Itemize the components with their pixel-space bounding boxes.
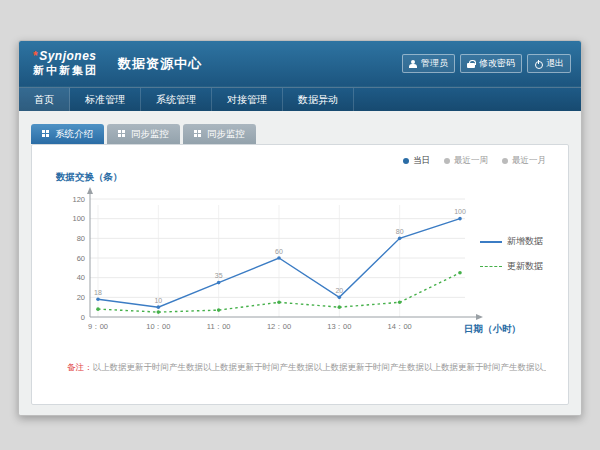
tab-label-system-intro: 系统介绍 [55,128,93,141]
tab-system-intro[interactable]: 系统介绍 [31,124,104,144]
x-axis-title: 日期（小时） [464,323,521,336]
y-tick-label: 20 [77,293,85,302]
data-point-updated-data [277,300,281,304]
y-tick-label: 120 [72,195,85,204]
page-title: 数据资源中心 [118,55,202,73]
legend-label-new-data: 新增数据 [507,235,543,248]
content-area: 系统介绍同步监控同步监控 当日最近一周最近一月 数据交换（条） 02040608… [19,111,581,416]
data-point-label: 35 [215,272,223,279]
grid-icon [42,130,50,138]
legend-line-updated-data [480,266,502,267]
filter-label-today: 当日 [413,155,430,167]
lock-icon [467,60,475,68]
change-password-button[interactable]: 修改密码 [460,54,522,73]
filter-label-last-month: 最近一月 [512,155,546,167]
data-point-new-data [217,281,221,285]
data-point-updated-data [217,308,221,312]
data-point-label: 100 [454,208,466,215]
data-point-updated-data [157,310,161,314]
data-point-label: 60 [275,248,283,255]
data-point-new-data [277,256,281,260]
nav-item-standard-management[interactable]: 标准管理 [70,88,141,111]
filter-last-month[interactable]: 最近一月 [502,155,546,167]
x-tick-label: 10：00 [146,322,170,331]
legend-updated-data[interactable]: 更新数据 [480,260,556,273]
user-icon [409,60,417,68]
y-tick-label: 100 [72,214,85,223]
filter-dot-last-month [502,158,508,164]
x-tick-label: 12：00 [267,322,291,331]
grid-icon [118,130,126,138]
tab-bar: 系统介绍同步监控同步监控 [31,124,256,144]
data-point-new-data [398,237,402,241]
footnote-label: 备注： [67,362,93,372]
y-tick-label: 0 [81,313,85,322]
data-point-updated-data [398,300,402,304]
data-point-new-data [458,217,462,221]
logo-text: Synjones [33,50,98,64]
footnote-text: 以上数据更新于时间产生数据以上数据更新于时间产生数据以上数据更新于时间产生数据以… [93,362,547,372]
x-tick-label: 11：00 [207,322,231,331]
filter-today[interactable]: 当日 [403,155,430,167]
header-user-area: 管理员修改密码退出 [402,41,571,86]
data-point-label: 20 [335,287,343,294]
tab-label-sync-monitor-2: 同步监控 [207,128,245,141]
logout-button-label: 退出 [546,57,564,70]
x-tick-label: 14：00 [388,322,412,331]
y-tick-label: 40 [77,273,85,282]
y-tick-label: 80 [77,234,85,243]
legend-new-data[interactable]: 新增数据 [480,235,556,248]
x-axis-arrow-icon [476,314,483,320]
filter-last-week[interactable]: 最近一周 [444,155,488,167]
filter-dot-today [403,158,409,164]
admin-button[interactable]: 管理员 [402,54,455,73]
logout-button[interactable]: 退出 [527,54,571,73]
data-point-label: 80 [396,228,404,235]
data-point-updated-data [338,305,342,309]
app-header: Synjones 新中新集团 数据资源中心 管理员修改密码退出 [19,41,581,87]
legend-label-updated-data: 更新数据 [507,260,543,273]
content-card: 当日最近一周最近一月 数据交换（条） 0204060801001209：0010… [31,144,569,405]
y-tick-label: 60 [77,254,85,263]
admin-button-label: 管理员 [421,57,448,70]
nav-item-data-change[interactable]: 数据异动 [283,88,354,111]
x-tick-label: 13：00 [327,322,351,331]
legend-line-new-data [480,241,502,243]
x-tick-label: 9：00 [88,322,108,331]
nav-item-integration-management[interactable]: 对接管理 [212,88,283,111]
filter-legend: 当日最近一周最近一月 [403,155,546,167]
power-icon [534,60,542,68]
logo: Synjones 新中新集团 [33,50,98,76]
data-point-updated-data [96,307,100,311]
filter-label-last-week: 最近一周 [454,155,488,167]
data-point-updated-data [458,271,462,275]
change-password-button-label: 修改密码 [479,57,515,70]
series-legend: 新增数据更新数据 [480,235,556,285]
filter-dot-last-week [444,158,450,164]
app-window: Synjones 新中新集团 数据资源中心 管理员修改密码退出 首页标准管理系统… [18,40,582,416]
y-axis-title: 数据交换（条） [56,171,123,184]
chart-canvas: 0204060801001209：0010：0011：0012：0013：001… [50,187,495,345]
data-point-new-data [157,305,161,309]
nav-item-home[interactable]: 首页 [19,88,70,111]
data-point-label: 10 [154,297,162,304]
data-point-new-data [338,296,342,300]
nav-bar: 首页标准管理系统管理对接管理数据异动 [19,87,581,111]
data-point-label: 18 [94,289,102,296]
logo-brand: Synjones [39,49,96,63]
footnote: 备注：以上数据更新于时间产生数据以上数据更新于时间产生数据以上数据更新于时间产生… [67,362,546,374]
data-point-new-data [96,298,100,302]
nav-item-system-management[interactable]: 系统管理 [141,88,212,111]
tab-label-sync-monitor-1: 同步监控 [131,128,169,141]
y-axis-arrow-icon [87,187,93,194]
tab-sync-monitor-2[interactable]: 同步监控 [183,124,256,144]
logo-subtitle: 新中新集团 [33,64,98,77]
grid-icon [194,130,202,138]
tab-sync-monitor-1[interactable]: 同步监控 [107,124,180,144]
